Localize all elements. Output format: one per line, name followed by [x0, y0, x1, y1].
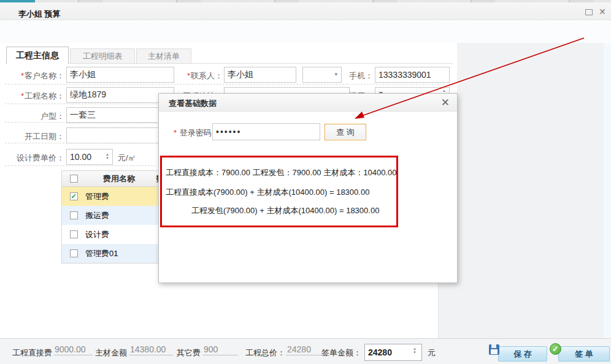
sign-unit: 元	[428, 347, 436, 358]
annotation-red-box: 工程直接成本：7900.00 工程发包：7900.00 主材成本：10400.0…	[160, 156, 398, 227]
contact-input[interactable]	[224, 67, 296, 83]
cost-summary-line: 工程直接成本：7900.00 工程发包：7900.00 主材成本：10400.0…	[166, 167, 396, 178]
view-base-data-dialog: 查看基础数据 ✕ * 登录密码 查 询 工程直接成本：7900.00 工程发包：…	[158, 93, 458, 283]
direct-cost-formula-line: 工程直接成本(7900.00) + 主材成本(10400.00) = 18300…	[166, 187, 369, 198]
save-floppy-icon	[489, 344, 499, 355]
fee-name-cell: 管理费	[85, 191, 153, 202]
tab-material-list[interactable]: 主材清单	[136, 48, 191, 64]
material-amount-label: 主材金额	[95, 347, 127, 358]
total-price-label: 工程总价：	[245, 347, 285, 358]
contact-label: *联系人：	[173, 70, 223, 82]
tab-project-detail[interactable]: 工程明细表	[70, 48, 135, 64]
checkbox-unchecked[interactable]	[70, 230, 78, 238]
phone-label: 手机：	[331, 70, 373, 82]
other-fee-value: 900	[202, 344, 238, 355]
header-band: 预算报价 打印预算(明细) 打印预算(汇总) | 创建预算 提取预算 | 存为模…	[0, 20, 611, 43]
sign-check-icon: ✓	[550, 343, 561, 355]
sign-amount-spinner[interactable]: ▲▼	[411, 347, 418, 354]
save-button[interactable]: 保 存	[498, 346, 547, 362]
app-window: 李小姐 预算 ✕ 预算报价 打印预算(明细) 打印预算(汇总) | 创建预算 提…	[0, 0, 611, 364]
project-name-label: *工程名称：	[9, 91, 64, 102]
row-divider	[5, 165, 156, 166]
checkbox-unchecked[interactable]	[70, 211, 78, 219]
footer-bar: 工程直接费 9000.00 主材金额 14380.00 其它费 900 工程总价…	[0, 338, 611, 364]
fee-name-cell: 搬运费	[85, 210, 153, 221]
window-title: 李小姐 预算	[18, 9, 61, 20]
query-button[interactable]: 查 询	[325, 124, 366, 140]
other-fee-label: 其它费	[177, 347, 201, 358]
tab-project-main-info[interactable]: 工程主信息	[6, 47, 69, 64]
row-divider	[5, 143, 156, 143]
fee-name-cell: 管理费01	[85, 248, 153, 259]
header-checkbox-cell	[62, 175, 85, 183]
design-fee-unit: 元/㎡	[118, 153, 136, 164]
design-fee-spinner[interactable]: ▲▼	[104, 153, 111, 160]
dialog-close-icon[interactable]: ✕	[441, 96, 450, 109]
required-mark: *	[21, 91, 24, 100]
right-edge-strip	[604, 43, 611, 338]
spin-down-icon[interactable]: ▼	[106, 156, 109, 160]
dialog-titlebar: 查看基础数据 ✕	[159, 94, 457, 112]
contract-cost-formula-line: 工程发包(7900.00) + 主材成本(10400.00) = 18300.0…	[191, 205, 379, 216]
lower-right-gray-area	[438, 283, 457, 338]
close-icon[interactable]: ✕	[599, 7, 606, 17]
spin-down-icon[interactable]: ▼	[413, 351, 417, 354]
select-all-checkbox[interactable]	[70, 175, 78, 183]
customer-name-label: *客户名称：	[9, 70, 64, 82]
required-mark: *	[174, 128, 177, 137]
required-mark: *	[187, 71, 190, 80]
material-amount-value: 14380.00	[129, 344, 173, 355]
sign-amount-label: 签单金额：	[321, 347, 361, 358]
dialog-title: 查看基础数据	[169, 98, 217, 109]
required-mark: *	[21, 71, 24, 80]
fee-name-header: 费用名称	[85, 173, 153, 184]
direct-fee-label: 工程直接费	[12, 347, 52, 358]
login-password-input[interactable]	[212, 123, 320, 140]
house-type-label: 户型：	[9, 111, 64, 122]
checkbox-unchecked[interactable]	[70, 249, 78, 257]
row-divider	[5, 84, 452, 85]
checkbox-checked-icon[interactable]: ✓	[70, 192, 78, 200]
phone-input[interactable]	[375, 67, 450, 83]
maximize-icon[interactable]	[585, 9, 593, 15]
start-date-label: 开工日期：	[9, 131, 64, 142]
window-titlebar: 李小姐 预算 ✕	[0, 2, 611, 20]
sign-button[interactable]: 签 单	[558, 346, 610, 362]
fee-name-cell: 设计费	[85, 229, 153, 240]
row-divider	[5, 122, 156, 123]
login-password-label: * 登录密码	[174, 127, 212, 138]
right-gray-area	[457, 43, 611, 338]
customer-name-input[interactable]	[66, 67, 174, 83]
direct-fee-value: 9000.00	[53, 344, 93, 355]
design-fee-label: 设计费单价：	[6, 153, 64, 164]
total-price-value: 24280	[286, 344, 324, 355]
